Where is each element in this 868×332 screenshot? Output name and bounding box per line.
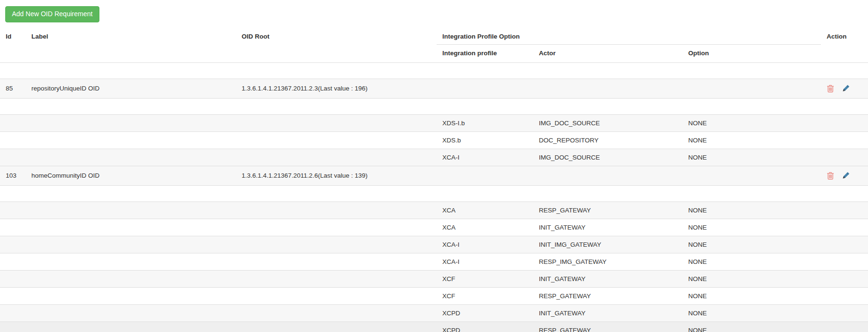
trash-icon xyxy=(827,84,834,93)
actor-cell: INIT_GATEWAY xyxy=(533,270,683,287)
edit-button[interactable] xyxy=(841,84,850,93)
table-row-option: XDS-I.b IMG_DOC_SOURCE NONE xyxy=(0,114,868,131)
column-header-integration-profile: Integration profile xyxy=(437,44,533,62)
table-row-oid-85: 85 repositoryUniqueID OID 1.3.6.1.4.1.21… xyxy=(0,79,868,98)
table-row-option: XCA INIT_GATEWAY NONE xyxy=(0,219,868,236)
integration-profile-cell: XCA-I xyxy=(437,253,533,270)
pencil-icon xyxy=(841,171,850,180)
trash-icon xyxy=(827,171,834,180)
table-row-option: XCPD INIT_GATEWAY NONE xyxy=(0,304,868,322)
option-cell: NONE xyxy=(683,114,821,131)
oid-root-cell: 1.3.6.1.4.1.21367.2011.2.3(Last value : … xyxy=(236,79,437,98)
column-header-oid-root: OID Root xyxy=(236,27,437,63)
table-row-option: XCA-I IMG_DOC_SOURCE NONE xyxy=(0,149,868,166)
integration-profile-cell: XDS.b xyxy=(437,131,533,149)
oid-root-cell: 1.3.6.1.4.1.21367.2011.2.6(Last value : … xyxy=(236,166,437,185)
column-header-action: Action xyxy=(821,27,868,63)
oid-label-cell: repositoryUniqueID OID xyxy=(26,79,236,98)
option-cell: NONE xyxy=(683,219,821,236)
option-cell: NONE xyxy=(683,253,821,270)
integration-profile-cell: XDS-I.b xyxy=(437,114,533,131)
table-row-option: XDS.b DOC_REPOSITORY NONE xyxy=(0,131,868,149)
integration-profile-cell: XCF xyxy=(437,270,533,287)
pencil-icon xyxy=(841,84,850,93)
option-cell: NONE xyxy=(683,304,821,322)
actor-cell: INIT_GATEWAY xyxy=(533,219,683,236)
column-header-actor: Actor xyxy=(533,44,683,62)
table-row-oid-103: 103 homeCommunityID OID 1.3.6.1.4.1.2136… xyxy=(0,166,868,185)
integration-profile-cell: XCA xyxy=(437,219,533,236)
option-cell: NONE xyxy=(683,131,821,149)
option-cell: NONE xyxy=(683,201,821,219)
integration-profile-cell: XCA xyxy=(437,201,533,219)
integration-profile-cell: XCPD xyxy=(437,304,533,322)
actor-cell: RESP_IMG_GATEWAY xyxy=(533,253,683,270)
actor-cell: IMG_DOC_SOURCE xyxy=(533,149,683,166)
delete-button[interactable] xyxy=(827,171,834,180)
table-row-option: XCA-I INIT_IMG_GATEWAY NONE xyxy=(0,236,868,253)
add-new-oid-requirement-button[interactable]: Add New OID Requirement xyxy=(5,6,99,22)
integration-profile-cell: XCPD xyxy=(437,322,533,332)
table-row-option: XCPD RESP_GATEWAY NONE xyxy=(0,322,868,332)
empty-row xyxy=(0,98,868,114)
option-cell: NONE xyxy=(683,270,821,287)
table-row-option: XCF RESP_GATEWAY NONE xyxy=(0,287,868,304)
actor-cell: RESP_GATEWAY xyxy=(533,201,683,219)
column-header-option: Option xyxy=(683,44,821,62)
oid-id-cell: 103 xyxy=(0,166,26,185)
actor-cell: RESP_GATEWAY xyxy=(533,287,683,304)
table-row-option: XCA RESP_GATEWAY NONE xyxy=(0,201,868,219)
option-cell: NONE xyxy=(683,287,821,304)
option-cell: NONE xyxy=(683,149,821,166)
oid-label-cell: homeCommunityID OID xyxy=(26,166,236,185)
actor-cell: INIT_IMG_GATEWAY xyxy=(533,236,683,253)
actor-cell: DOC_REPOSITORY xyxy=(533,131,683,149)
option-cell: NONE xyxy=(683,236,821,253)
table-header: Id Label OID Root Integration Profile Op… xyxy=(0,27,868,63)
delete-button[interactable] xyxy=(827,84,834,93)
actor-cell: INIT_GATEWAY xyxy=(533,304,683,322)
table-row-option: XCA-I RESP_IMG_GATEWAY NONE xyxy=(0,253,868,270)
actor-cell: IMG_DOC_SOURCE xyxy=(533,114,683,131)
table-row-option: XCF INIT_GATEWAY NONE xyxy=(0,270,868,287)
column-header-label: Label xyxy=(26,27,236,63)
option-cell: NONE xyxy=(683,322,821,332)
actor-cell: RESP_GATEWAY xyxy=(533,322,683,332)
empty-row xyxy=(0,185,868,201)
integration-profile-cell: XCF xyxy=(437,287,533,304)
column-header-id: Id xyxy=(0,27,26,63)
oid-requirements-table: Id Label OID Root Integration Profile Op… xyxy=(0,27,868,332)
empty-row xyxy=(0,62,868,79)
integration-profile-cell: XCA-I xyxy=(437,236,533,253)
oid-id-cell: 85 xyxy=(0,79,26,98)
column-header-integration-profile-option: Integration Profile Option xyxy=(437,27,821,45)
edit-button[interactable] xyxy=(841,171,850,180)
integration-profile-cell: XCA-I xyxy=(437,149,533,166)
